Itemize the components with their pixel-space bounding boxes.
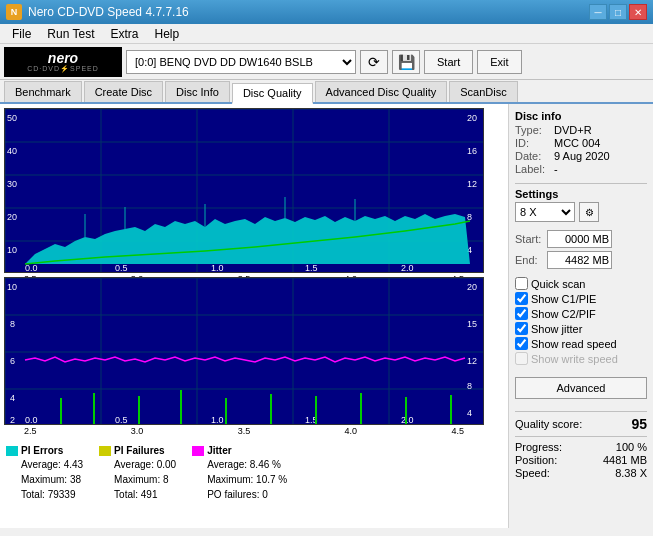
- menu-file[interactable]: File: [4, 25, 39, 43]
- pi-failures-max-value: 8: [163, 474, 169, 485]
- speed-row: Speed: 8.38 X: [515, 467, 647, 479]
- tab-disc-quality[interactable]: Disc Quality: [232, 83, 313, 104]
- show-c2-pif-checkbox[interactable]: [515, 307, 528, 320]
- disc-label-value: -: [554, 163, 558, 175]
- jitter-avg-value: 8.46 %: [250, 459, 281, 470]
- type-value: DVD+R: [554, 124, 592, 136]
- progress-label: Progress:: [515, 441, 562, 453]
- refresh-button[interactable]: ⟳: [360, 50, 388, 74]
- legend: PI Errors Average: 4.43 Maximum: 38 Tota…: [4, 441, 504, 506]
- minimize-button[interactable]: ─: [589, 4, 607, 20]
- start-label: Start:: [515, 233, 543, 245]
- tab-advanced-disc-quality[interactable]: Advanced Disc Quality: [315, 81, 448, 102]
- svg-rect-66: [405, 397, 407, 425]
- pi-errors-max-label: Maximum:: [21, 474, 67, 485]
- pi-errors-avg-label: Average:: [21, 459, 61, 470]
- maximize-button[interactable]: □: [609, 4, 627, 20]
- quality-score-label: Quality score:: [515, 418, 582, 430]
- disc-label-lbl: Label:: [515, 163, 550, 175]
- window-controls[interactable]: ─ □ ✕: [589, 4, 647, 20]
- menu-run-test[interactable]: Run Test: [39, 25, 102, 43]
- svg-rect-59: [93, 393, 95, 425]
- po-failures-label: PO failures:: [207, 489, 259, 500]
- start-button[interactable]: Start: [424, 50, 473, 74]
- disc-info-section: Disc info Type: DVD+R ID: MCC 004 Date: …: [515, 110, 647, 175]
- checkbox-c2-pif-row: Show C2/PIF: [515, 307, 647, 320]
- svg-rect-65: [360, 393, 362, 425]
- pi-failures-avg-value: 0.00: [157, 459, 176, 470]
- svg-text:20: 20: [7, 212, 17, 222]
- checkboxes-section: Quick scan Show C1/PIE Show C2/PIF Show …: [515, 277, 647, 365]
- tab-scandisc[interactable]: ScanDisc: [449, 81, 517, 102]
- legend-pi-errors: PI Errors Average: 4.43 Maximum: 38 Tota…: [6, 445, 83, 502]
- drive-select[interactable]: [0:0] BENQ DVD DD DW1640 BSLB: [126, 50, 356, 74]
- pi-errors-max-value: 38: [70, 474, 81, 485]
- checkbox-c1-pie-row: Show C1/PIE: [515, 292, 647, 305]
- menu-help[interactable]: Help: [147, 25, 188, 43]
- end-label: End:: [515, 254, 543, 266]
- show-read-speed-checkbox[interactable]: [515, 337, 528, 350]
- pi-failures-avg-label: Average:: [114, 459, 154, 470]
- svg-text:2: 2: [10, 415, 15, 425]
- legend-pi-failures: PI Failures Average: 0.00 Maximum: 8 Tot…: [99, 445, 176, 502]
- show-jitter-checkbox[interactable]: [515, 322, 528, 335]
- speed-label: Speed:: [515, 467, 550, 479]
- pi-failures-total-label: Total:: [114, 489, 138, 500]
- svg-text:4: 4: [467, 408, 472, 418]
- menu-extra[interactable]: Extra: [102, 25, 146, 43]
- date-label: Date:: [515, 150, 550, 162]
- advanced-button[interactable]: Advanced: [515, 377, 647, 399]
- tab-benchmark[interactable]: Benchmark: [4, 81, 82, 102]
- title-bar: N Nero CD-DVD Speed 4.7.7.16 ─ □ ✕: [0, 0, 653, 24]
- speed-select[interactable]: 8 X: [515, 202, 575, 222]
- svg-text:6: 6: [10, 356, 15, 366]
- tab-disc-info[interactable]: Disc Info: [165, 81, 230, 102]
- app-icon: N: [6, 4, 22, 20]
- jitter-label: Jitter: [207, 445, 231, 456]
- svg-rect-61: [180, 390, 182, 425]
- pi-failures-total-value: 491: [141, 489, 158, 500]
- date-value: 9 Aug 2020: [554, 150, 610, 162]
- svg-text:15: 15: [467, 319, 477, 329]
- jitter-color-swatch: [192, 446, 204, 456]
- tabs-bar: Benchmark Create Disc Disc Info Disc Qua…: [0, 80, 653, 104]
- end-input[interactable]: [547, 251, 612, 269]
- svg-text:0.5: 0.5: [115, 263, 128, 273]
- svg-rect-58: [60, 398, 62, 425]
- type-label: Type:: [515, 124, 550, 136]
- range-section: Start: End:: [515, 230, 647, 269]
- svg-text:16: 16: [467, 146, 477, 156]
- settings-icon-btn[interactable]: ⚙: [579, 202, 599, 222]
- save-button[interactable]: 💾: [392, 50, 420, 74]
- pi-errors-avg-value: 4.43: [64, 459, 83, 470]
- pi-errors-label: PI Errors: [21, 445, 63, 456]
- show-write-speed-checkbox[interactable]: [515, 352, 528, 365]
- svg-text:40: 40: [7, 146, 17, 156]
- id-label: ID:: [515, 137, 550, 149]
- quick-scan-checkbox[interactable]: [515, 277, 528, 290]
- progress-row: Progress: 100 %: [515, 441, 647, 453]
- checkbox-read-speed-row: Show read speed: [515, 337, 647, 350]
- svg-rect-60: [138, 396, 140, 425]
- svg-text:0.5: 0.5: [115, 415, 128, 425]
- checkbox-jitter-row: Show jitter: [515, 322, 647, 335]
- exit-button[interactable]: Exit: [477, 50, 521, 74]
- quality-score-row: Quality score: 95: [515, 416, 647, 432]
- tab-create-disc[interactable]: Create Disc: [84, 81, 163, 102]
- x-label-bot-35: 3.5: [238, 426, 251, 436]
- settings-title: Settings: [515, 188, 647, 200]
- start-input[interactable]: [547, 230, 612, 248]
- show-c1-pie-checkbox[interactable]: [515, 292, 528, 305]
- svg-text:1.5: 1.5: [305, 263, 318, 273]
- svg-text:1.0: 1.0: [211, 263, 224, 273]
- close-button[interactable]: ✕: [629, 4, 647, 20]
- speed-value: 8.38 X: [615, 467, 647, 479]
- jitter-max-label: Maximum:: [207, 474, 253, 485]
- position-value: 4481 MB: [603, 454, 647, 466]
- svg-rect-62: [225, 398, 227, 425]
- read-speed-label: Show read speed: [531, 338, 617, 350]
- svg-text:30: 30: [7, 179, 17, 189]
- jitter-avg-label: Average:: [207, 459, 247, 470]
- svg-rect-67: [450, 395, 452, 425]
- pi-errors-total-value: 79339: [48, 489, 76, 500]
